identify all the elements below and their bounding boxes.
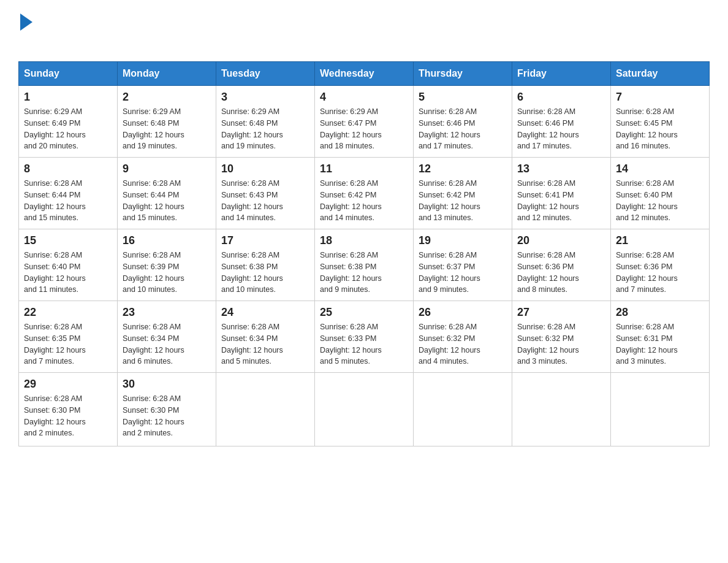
day-info: Sunrise: 6:28 AMSunset: 6:30 PMDaylight:…	[123, 394, 184, 437]
week-row-1: 1 Sunrise: 6:29 AMSunset: 6:49 PMDayligh…	[19, 86, 710, 158]
day-number: 14	[616, 163, 704, 175]
day-number: 25	[320, 306, 408, 319]
day-number: 26	[419, 306, 507, 319]
page-header	[18, 12, 710, 49]
day-info: Sunrise: 6:28 AMSunset: 6:35 PMDaylight:…	[24, 323, 86, 366]
day-cell: 5 Sunrise: 6:28 AMSunset: 6:46 PMDayligh…	[414, 86, 512, 158]
column-header-monday: Monday	[118, 62, 216, 86]
day-number: 15	[24, 234, 112, 247]
day-cell: 2 Sunrise: 6:29 AMSunset: 6:48 PMDayligh…	[118, 86, 216, 158]
day-number: 22	[24, 306, 112, 319]
day-cell: 19 Sunrise: 6:28 AMSunset: 6:37 PMDaylig…	[414, 229, 512, 301]
day-cell: 27 Sunrise: 6:28 AMSunset: 6:32 PMDaylig…	[512, 301, 611, 373]
day-info: Sunrise: 6:28 AMSunset: 6:36 PMDaylight:…	[517, 251, 579, 294]
day-info: Sunrise: 6:28 AMSunset: 6:31 PMDaylight:…	[616, 323, 678, 366]
day-number: 7	[616, 91, 704, 104]
week-row-3: 15 Sunrise: 6:28 AMSunset: 6:40 PMDaylig…	[19, 229, 710, 301]
day-cell: 8 Sunrise: 6:28 AMSunset: 6:44 PMDayligh…	[19, 158, 118, 229]
day-cell: 23 Sunrise: 6:28 AMSunset: 6:34 PMDaylig…	[118, 301, 216, 373]
day-cell: 17 Sunrise: 6:28 AMSunset: 6:38 PMDaylig…	[216, 229, 315, 301]
day-number: 24	[221, 306, 309, 319]
day-cell: 16 Sunrise: 6:28 AMSunset: 6:39 PMDaylig…	[118, 229, 216, 301]
day-info: Sunrise: 6:28 AMSunset: 6:34 PMDaylight:…	[123, 323, 184, 366]
day-number: 28	[616, 306, 704, 319]
day-number: 17	[221, 234, 309, 247]
logo-triangle-icon	[20, 13, 32, 31]
day-cell: 30 Sunrise: 6:28 AMSunset: 6:30 PMDaylig…	[118, 373, 216, 446]
day-cell: 12 Sunrise: 6:28 AMSunset: 6:42 PMDaylig…	[414, 158, 512, 229]
column-header-sunday: Sunday	[19, 62, 118, 86]
day-cell: 6 Sunrise: 6:28 AMSunset: 6:46 PMDayligh…	[512, 86, 611, 158]
week-row-5: 29 Sunrise: 6:28 AMSunset: 6:30 PMDaylig…	[19, 373, 710, 446]
day-number: 18	[320, 234, 408, 247]
day-info: Sunrise: 6:28 AMSunset: 6:41 PMDaylight:…	[517, 179, 579, 222]
day-cell: 1 Sunrise: 6:29 AMSunset: 6:49 PMDayligh…	[19, 86, 118, 158]
day-cell: 21 Sunrise: 6:28 AMSunset: 6:36 PMDaylig…	[611, 229, 710, 301]
day-number: 16	[123, 234, 211, 247]
day-info: Sunrise: 6:29 AMSunset: 6:47 PMDaylight:…	[320, 107, 382, 150]
column-header-saturday: Saturday	[611, 62, 710, 86]
day-info: Sunrise: 6:29 AMSunset: 6:48 PMDaylight:…	[221, 107, 283, 150]
day-cell: 18 Sunrise: 6:28 AMSunset: 6:38 PMDaylig…	[315, 229, 414, 301]
day-cell: 3 Sunrise: 6:29 AMSunset: 6:48 PMDayligh…	[216, 86, 315, 158]
day-info: Sunrise: 6:29 AMSunset: 6:48 PMDaylight:…	[123, 107, 184, 150]
day-number: 4	[320, 91, 408, 104]
day-info: Sunrise: 6:28 AMSunset: 6:46 PMDaylight:…	[419, 107, 480, 150]
day-cell: 20 Sunrise: 6:28 AMSunset: 6:36 PMDaylig…	[512, 229, 611, 301]
week-row-4: 22 Sunrise: 6:28 AMSunset: 6:35 PMDaylig…	[19, 301, 710, 373]
day-cell: 10 Sunrise: 6:28 AMSunset: 6:43 PMDaylig…	[216, 158, 315, 229]
week-row-2: 8 Sunrise: 6:28 AMSunset: 6:44 PMDayligh…	[19, 158, 710, 229]
day-cell: 9 Sunrise: 6:28 AMSunset: 6:44 PMDayligh…	[118, 158, 216, 229]
day-info: Sunrise: 6:28 AMSunset: 6:46 PMDaylight:…	[517, 107, 579, 150]
day-number: 9	[123, 163, 211, 175]
column-header-wednesday: Wednesday	[315, 62, 414, 86]
day-number: 27	[517, 306, 605, 319]
day-number: 10	[221, 163, 309, 175]
day-info: Sunrise: 6:28 AMSunset: 6:38 PMDaylight:…	[221, 251, 283, 294]
day-cell: 22 Sunrise: 6:28 AMSunset: 6:35 PMDaylig…	[19, 301, 118, 373]
day-number: 29	[24, 378, 112, 391]
day-cell: 14 Sunrise: 6:28 AMSunset: 6:40 PMDaylig…	[611, 158, 710, 229]
day-cell: 28 Sunrise: 6:28 AMSunset: 6:31 PMDaylig…	[611, 301, 710, 373]
day-number: 20	[517, 234, 605, 247]
day-number: 1	[24, 91, 112, 104]
calendar-table: SundayMondayTuesdayWednesdayThursdayFrid…	[18, 61, 710, 446]
column-header-thursday: Thursday	[414, 62, 512, 86]
day-info: Sunrise: 6:28 AMSunset: 6:34 PMDaylight:…	[221, 323, 283, 366]
day-number: 30	[123, 378, 211, 391]
day-info: Sunrise: 6:28 AMSunset: 6:43 PMDaylight:…	[221, 179, 283, 222]
day-cell: 25 Sunrise: 6:28 AMSunset: 6:33 PMDaylig…	[315, 301, 414, 373]
day-cell: 24 Sunrise: 6:28 AMSunset: 6:34 PMDaylig…	[216, 301, 315, 373]
day-cell: 13 Sunrise: 6:28 AMSunset: 6:41 PMDaylig…	[512, 158, 611, 229]
header-row: SundayMondayTuesdayWednesdayThursdayFrid…	[19, 62, 710, 86]
day-info: Sunrise: 6:28 AMSunset: 6:42 PMDaylight:…	[320, 179, 382, 222]
day-info: Sunrise: 6:28 AMSunset: 6:32 PMDaylight:…	[419, 323, 480, 366]
day-number: 3	[221, 91, 309, 104]
day-number: 11	[320, 163, 408, 175]
column-header-tuesday: Tuesday	[216, 62, 315, 86]
day-number: 19	[419, 234, 507, 247]
day-cell	[216, 373, 315, 446]
day-cell: 7 Sunrise: 6:28 AMSunset: 6:45 PMDayligh…	[611, 86, 710, 158]
day-cell: 29 Sunrise: 6:28 AMSunset: 6:30 PMDaylig…	[19, 373, 118, 446]
day-info: Sunrise: 6:28 AMSunset: 6:30 PMDaylight:…	[24, 394, 86, 437]
day-number: 23	[123, 306, 211, 319]
day-number: 13	[517, 163, 605, 175]
day-number: 8	[24, 163, 112, 175]
day-number: 2	[123, 91, 211, 104]
day-info: Sunrise: 6:28 AMSunset: 6:37 PMDaylight:…	[419, 251, 480, 294]
day-info: Sunrise: 6:28 AMSunset: 6:33 PMDaylight:…	[320, 323, 382, 366]
column-header-friday: Friday	[512, 62, 611, 86]
day-cell: 15 Sunrise: 6:28 AMSunset: 6:40 PMDaylig…	[19, 229, 118, 301]
day-info: Sunrise: 6:28 AMSunset: 6:40 PMDaylight:…	[24, 251, 86, 294]
day-info: Sunrise: 6:28 AMSunset: 6:39 PMDaylight:…	[123, 251, 184, 294]
logo	[18, 12, 32, 49]
day-info: Sunrise: 6:28 AMSunset: 6:44 PMDaylight:…	[24, 179, 86, 222]
day-info: Sunrise: 6:29 AMSunset: 6:49 PMDaylight:…	[24, 107, 86, 150]
day-number: 5	[419, 91, 507, 104]
day-info: Sunrise: 6:28 AMSunset: 6:44 PMDaylight:…	[123, 179, 184, 222]
day-cell	[414, 373, 512, 446]
day-cell	[512, 373, 611, 446]
day-info: Sunrise: 6:28 AMSunset: 6:38 PMDaylight:…	[320, 251, 382, 294]
day-cell: 4 Sunrise: 6:29 AMSunset: 6:47 PMDayligh…	[315, 86, 414, 158]
